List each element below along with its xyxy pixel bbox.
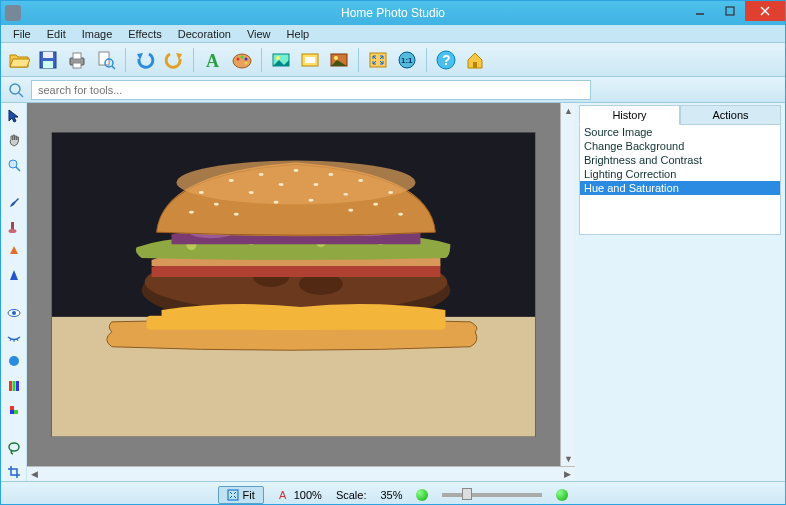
gradient-tool-icon[interactable] <box>4 242 24 260</box>
menu-effects[interactable]: Effects <box>120 27 169 41</box>
svg-point-73 <box>249 191 254 194</box>
brush-tool-icon[interactable] <box>4 193 24 211</box>
menu-view[interactable]: View <box>239 27 279 41</box>
svg-rect-1 <box>726 7 734 15</box>
insert-image-icon[interactable] <box>267 46 295 74</box>
palette-icon[interactable] <box>228 46 256 74</box>
scale-value: 35% <box>380 489 402 501</box>
vertical-scrollbar[interactable]: ▲ ▼ <box>560 103 575 466</box>
history-item[interactable]: Source Image <box>580 125 780 139</box>
panel-tabs: History Actions <box>579 105 781 125</box>
magnifier-tool-icon[interactable] <box>4 156 24 174</box>
canvas[interactable] <box>27 103 560 466</box>
svg-point-72 <box>214 203 219 206</box>
svg-point-16 <box>241 55 244 58</box>
main-toolbar: A 1:1 ? <box>1 43 785 77</box>
find-icon[interactable] <box>92 46 120 74</box>
scroll-down-icon[interactable]: ▼ <box>561 451 575 466</box>
main-area: ▲ ▼ ◀ ▶ History Actions Source Image Cha… <box>1 103 785 481</box>
history-item[interactable]: Change Background <box>580 139 780 153</box>
home-icon[interactable] <box>461 46 489 74</box>
svg-rect-45 <box>16 381 19 391</box>
search-icon <box>7 81 25 99</box>
scroll-right-icon[interactable]: ▶ <box>560 467 575 482</box>
cursor-tool-icon[interactable] <box>4 107 24 125</box>
svg-point-38 <box>12 311 16 315</box>
svg-point-18 <box>245 61 248 64</box>
menu-decoration[interactable]: Decoration <box>170 27 239 41</box>
menu-help[interactable]: Help <box>279 27 318 41</box>
svg-point-76 <box>343 193 348 196</box>
clone-stamp-tool-icon[interactable] <box>4 218 24 236</box>
svg-rect-22 <box>305 57 315 63</box>
help-icon[interactable]: ? <box>432 46 460 74</box>
frame-icon[interactable] <box>296 46 324 74</box>
maximize-button[interactable] <box>715 1 745 21</box>
text-a-icon: A <box>278 489 290 501</box>
scroll-up-icon[interactable]: ▲ <box>561 103 575 118</box>
print-icon[interactable] <box>63 46 91 74</box>
history-list: Source Image Change Background Brightnes… <box>579 125 781 235</box>
scroll-left-icon[interactable]: ◀ <box>27 467 42 482</box>
zoom-in-button[interactable] <box>556 489 568 501</box>
svg-point-68 <box>294 169 299 172</box>
effects-picture-icon[interactable] <box>325 46 353 74</box>
svg-rect-35 <box>11 222 14 230</box>
tab-history[interactable]: History <box>579 105 680 125</box>
tab-actions[interactable]: Actions <box>680 105 781 125</box>
crop-tool-icon[interactable] <box>4 463 24 481</box>
svg-rect-5 <box>43 52 53 58</box>
svg-point-80 <box>274 201 279 204</box>
svg-point-75 <box>313 183 318 186</box>
svg-rect-25 <box>370 53 386 67</box>
svg-point-82 <box>348 209 353 212</box>
lasso-tool-icon[interactable] <box>4 439 24 457</box>
app-icon <box>5 5 21 21</box>
svg-text:A: A <box>279 489 287 501</box>
color-bars-tool-icon[interactable] <box>4 377 24 395</box>
toolbar-separator <box>125 48 126 72</box>
smudge-tool-icon[interactable] <box>4 401 24 419</box>
canvas-wrap: ▲ ▼ ◀ ▶ <box>27 103 575 481</box>
folder-open-icon[interactable] <box>5 46 33 74</box>
history-item[interactable]: Brightness and Contrast <box>580 153 780 167</box>
svg-rect-44 <box>12 381 15 391</box>
zoom-slider-thumb[interactable] <box>462 488 472 500</box>
svg-point-79 <box>234 213 239 216</box>
eye-closed-tool-icon[interactable] <box>4 328 24 346</box>
search-input[interactable] <box>31 80 591 100</box>
menu-file[interactable]: File <box>5 27 39 41</box>
svg-point-36 <box>8 229 16 233</box>
menu-image[interactable]: Image <box>74 27 121 41</box>
zoom-slider[interactable] <box>442 493 542 497</box>
history-item[interactable]: Hue and Saturation <box>580 181 780 195</box>
svg-rect-47 <box>14 410 18 414</box>
svg-point-31 <box>10 84 20 94</box>
actual-size-icon[interactable]: 1:1 <box>393 46 421 74</box>
hundred-percent-button[interactable]: A 100% <box>278 489 322 501</box>
horizontal-scrollbar[interactable]: ◀ ▶ <box>27 466 575 481</box>
text-icon[interactable]: A <box>199 46 227 74</box>
zoom-out-button[interactable] <box>416 489 428 501</box>
save-icon[interactable] <box>34 46 62 74</box>
shape-tool-icon[interactable] <box>4 266 24 284</box>
hand-tool-icon[interactable] <box>4 131 24 149</box>
svg-point-33 <box>9 160 17 168</box>
menubar: File Edit Image Effects Decoration View … <box>1 25 785 43</box>
svg-point-17 <box>245 57 248 60</box>
minimize-button[interactable] <box>685 1 715 21</box>
eye-open-tool-icon[interactable] <box>4 304 24 322</box>
fit-button[interactable]: Fit <box>218 486 264 504</box>
svg-text:?: ? <box>442 52 451 68</box>
menu-edit[interactable]: Edit <box>39 27 74 41</box>
close-button[interactable] <box>745 1 785 21</box>
redo-icon[interactable] <box>160 46 188 74</box>
svg-point-15 <box>237 57 240 60</box>
blue-circle-tool-icon[interactable] <box>4 352 24 370</box>
svg-text:A: A <box>206 51 219 71</box>
svg-line-34 <box>16 167 20 171</box>
undo-icon[interactable] <box>131 46 159 74</box>
fit-screen-icon[interactable] <box>364 46 392 74</box>
svg-text:1:1: 1:1 <box>401 56 413 65</box>
history-item[interactable]: Lighting Correction <box>580 167 780 181</box>
